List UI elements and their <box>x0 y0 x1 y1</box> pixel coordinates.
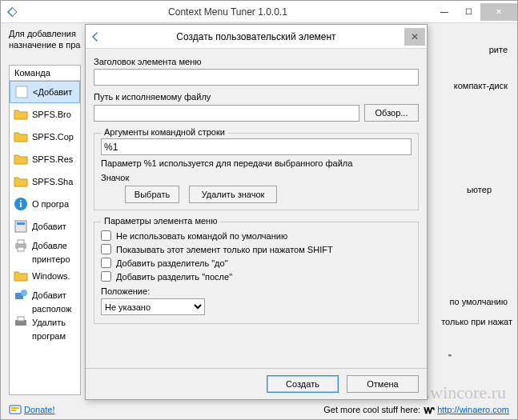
list-item-label: Добавле <box>32 241 67 250</box>
printer-icon <box>13 238 29 254</box>
list-item[interactable]: SPFS.Bro <box>10 103 80 126</box>
list-item[interactable]: i О програ <box>10 193 80 215</box>
minimize-button[interactable]: — <box>432 3 456 21</box>
printer-delete-icon <box>13 314 29 330</box>
bg-text-fragment: рите <box>489 45 508 54</box>
path-label: Путь к исполняемому файлу <box>94 92 419 102</box>
browse-button[interactable]: Обзор... <box>364 104 419 122</box>
list-item-label: Добавит <box>32 222 66 231</box>
footer: Donate! Get more cool stuff here: ⱳ http… <box>9 403 509 416</box>
app-icon <box>13 218 29 234</box>
intro-line-2: назначение в пра <box>9 40 80 50</box>
list-item-label: Добавит <box>32 290 66 300</box>
folder-icon <box>13 106 29 122</box>
list-item[interactable]: располож <box>10 303 80 314</box>
dialog-titlebar: Создать пользовательский элемент ✕ <box>86 25 427 49</box>
cancel-button[interactable]: Отмена <box>347 375 419 393</box>
checkbox-row[interactable]: Добавить разделитель "до" <box>101 258 412 268</box>
list-item-label: програм <box>32 331 66 341</box>
dialog-close-button[interactable]: ✕ <box>404 28 425 46</box>
donate-icon <box>9 403 22 416</box>
list-item-label: SPFS.Bro <box>32 110 71 119</box>
svg-rect-6 <box>18 240 24 244</box>
window-controls: — ☐ ✕ <box>432 3 517 21</box>
folder-icon <box>13 151 29 167</box>
bg-text-fragment: по умолчанию <box>450 297 508 306</box>
list-item-label: <Добавит <box>33 87 72 97</box>
dialog-footer: Создать Отмена <box>86 368 427 399</box>
bg-text-fragment: компакт-диск <box>454 81 508 90</box>
chk-label: Показывать этот элемент только при нажат… <box>116 245 333 254</box>
svg-rect-4 <box>17 222 25 225</box>
chk-label: Не использовать командой по умолчанию <box>116 231 287 241</box>
list-item[interactable]: Добавле <box>10 238 80 254</box>
path-input[interactable] <box>94 105 359 122</box>
list-item-label: SPFS.Sha <box>32 177 73 186</box>
winaero-logo-icon: ⱳ <box>424 403 434 416</box>
list-item-label: SPFS.Res <box>32 154 73 164</box>
list-item[interactable]: Удалить <box>10 314 80 330</box>
folder-icon <box>13 174 29 190</box>
dialog-title: Создать пользовательский элемент <box>108 31 404 42</box>
dialog-body: Заголовок элемента меню Путь к исполняем… <box>86 49 427 329</box>
list-item[interactable]: Добавит <box>10 215 80 238</box>
folder-icon <box>13 129 29 145</box>
list-item[interactable]: <Добавит <box>10 81 80 103</box>
winaero-link[interactable]: http://winaero.com <box>437 405 509 414</box>
svg-rect-7 <box>18 247 24 251</box>
args-input[interactable] <box>101 138 412 155</box>
list-item-label: SPFS.Cop <box>32 132 74 142</box>
chk-label: Добавить разделитель "до" <box>116 258 228 268</box>
params-group-title: Параметры элемента меню <box>101 216 220 226</box>
create-button[interactable]: Создать <box>267 375 339 393</box>
chk-shift-only[interactable] <box>101 244 111 254</box>
list-item[interactable]: SPFS.Cop <box>10 126 80 148</box>
command-list[interactable]: <Добавит SPFS.Bro SPFS.Cop SPFS.Res SPFS… <box>10 81 80 342</box>
app-icon <box>6 6 18 18</box>
network-location-icon <box>13 287 29 303</box>
close-button[interactable]: ✕ <box>480 3 517 21</box>
list-item-label: О програ <box>32 199 69 209</box>
list-item-label: принтеро <box>32 254 70 264</box>
chk-label: Добавить разделить "после" <box>116 272 232 282</box>
bg-text-fragment: " <box>448 353 452 362</box>
create-item-dialog: Создать пользовательский элемент ✕ Загол… <box>85 24 428 400</box>
list-item[interactable]: SPFS.Sha <box>10 170 80 193</box>
footer-text: Get more cool stuff here: <box>323 405 420 414</box>
checkbox-row[interactable]: Добавить разделить "после" <box>101 271 412 282</box>
intro-line-1: Для добавления <box>9 29 76 38</box>
maximize-button[interactable]: ☐ <box>456 3 480 21</box>
command-list-header[interactable]: Команда <box>10 66 80 81</box>
list-item-label: Windows. <box>32 271 70 281</box>
list-item[interactable]: Windows. <box>10 265 80 287</box>
folder-icon <box>13 268 29 284</box>
pick-icon-button[interactable]: Выбрать <box>125 186 179 203</box>
list-item[interactable]: принтеро <box>10 254 80 265</box>
caption-input[interactable] <box>94 69 419 86</box>
svg-rect-0 <box>16 86 27 98</box>
list-item-label: Удалить <box>32 318 66 327</box>
args-hint: Параметр %1 используется для передачи вы… <box>101 158 412 168</box>
list-item[interactable]: Добавит <box>10 287 80 303</box>
delete-icon-button[interactable]: Удалить значок <box>189 186 277 203</box>
position-select[interactable]: Не указано <box>101 298 205 315</box>
chk-sep-after[interactable] <box>101 271 111 282</box>
args-group-title: Аргументы командной строки <box>101 127 228 137</box>
svg-rect-11 <box>18 317 24 321</box>
checkbox-row[interactable]: Не использовать командой по умолчанию <box>101 230 412 241</box>
list-item-label: располож <box>32 304 71 314</box>
chk-no-default[interactable] <box>101 230 111 241</box>
app-icon <box>90 30 103 43</box>
donate-link[interactable]: Donate! <box>24 405 55 414</box>
position-label: Положение: <box>101 286 412 296</box>
list-item[interactable]: SPFS.Res <box>10 148 80 170</box>
chk-sep-before[interactable] <box>101 258 111 268</box>
info-icon: i <box>13 196 29 212</box>
list-item[interactable]: програм <box>10 330 80 342</box>
checkbox-row[interactable]: Показывать этот элемент только при нажат… <box>101 244 412 254</box>
command-list-panel: Команда <Добавит SPFS.Bro SPFS.Cop SPFS.… <box>9 65 81 395</box>
main-titlebar: Context Menu Tuner 1.0.0.1 — ☐ ✕ <box>1 1 517 23</box>
window-title: Context Menu Tuner 1.0.0.1 <box>23 6 432 18</box>
bg-text-fragment: ьютер <box>467 185 492 194</box>
caption-label: Заголовок элемента меню <box>94 57 419 66</box>
